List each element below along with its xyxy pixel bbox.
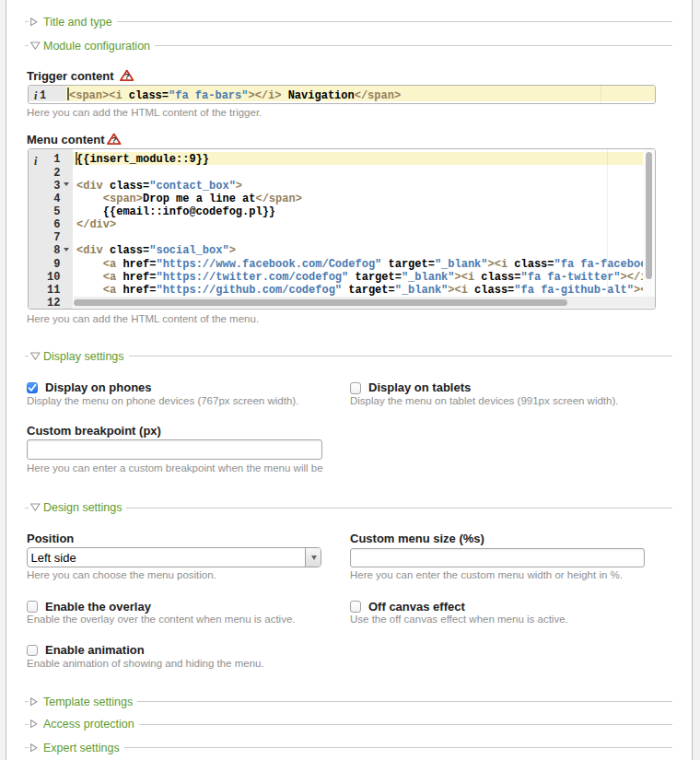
svg-text:?: ? xyxy=(124,72,129,81)
svg-text:?: ? xyxy=(111,135,116,145)
